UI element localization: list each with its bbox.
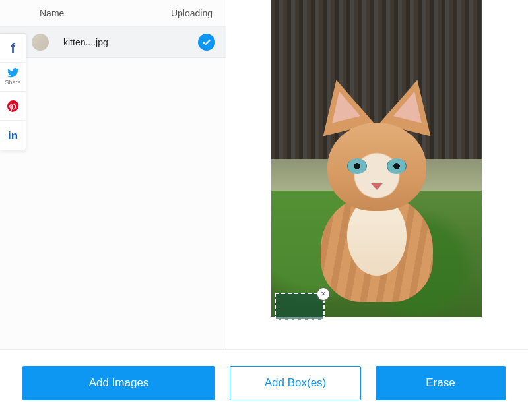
erase-button[interactable]: Erase xyxy=(376,366,506,400)
selection-box[interactable]: × xyxy=(275,293,325,320)
share-facebook-button[interactable]: f xyxy=(0,34,26,63)
upload-complete-icon xyxy=(198,34,215,51)
file-row[interactable]: kitten....jpg xyxy=(0,27,226,58)
add-boxes-button[interactable]: Add Box(es) xyxy=(230,366,361,400)
action-bar: Add Images Add Box(es) Erase xyxy=(0,349,528,420)
share-pinterest-button[interactable] xyxy=(0,92,26,121)
file-thumbnail xyxy=(32,34,49,51)
facebook-icon: f xyxy=(11,42,15,55)
share-twitter-button[interactable]: Share xyxy=(0,63,26,92)
column-header-status: Uploading xyxy=(171,8,213,18)
add-images-button[interactable]: Add Images xyxy=(22,366,215,400)
column-header-name: Name xyxy=(40,8,64,18)
file-list-panel: Name Uploading kitten....jpg xyxy=(0,0,226,349)
image-subject xyxy=(304,98,449,295)
close-icon[interactable]: × xyxy=(317,288,329,300)
image-preview[interactable]: × xyxy=(271,0,482,317)
share-rail: f Share in xyxy=(0,33,26,150)
file-name-label: kitten....jpg xyxy=(63,37,198,47)
share-label: Share xyxy=(5,79,20,86)
linkedin-icon: in xyxy=(8,130,18,141)
file-list-header: Name Uploading xyxy=(0,0,226,27)
image-canvas-panel: × xyxy=(226,0,528,349)
pinterest-icon xyxy=(7,100,19,112)
twitter-icon xyxy=(7,68,19,78)
share-linkedin-button[interactable]: in xyxy=(0,121,26,150)
